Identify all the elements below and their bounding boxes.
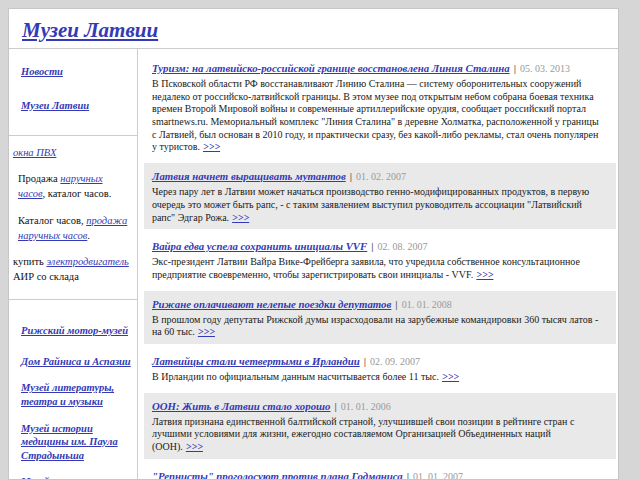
news-item: ООН: Жить в Латвии стало хорошо|01. 01. …	[144, 393, 616, 459]
read-more-link[interactable]: >>>	[186, 441, 203, 452]
ad-text: АИР со склада	[13, 271, 79, 282]
site-title-link[interactable]: Музеи Латвии	[22, 18, 158, 42]
news-item-title-link[interactable]: "Репнисты" проголосуют против плана Годм…	[152, 470, 403, 479]
sidebar-item-medicine-museum[interactable]: Музей истории медицины им. Паула Страдын…	[21, 422, 131, 463]
news-item-text: Экс-президент Латвии Вайра Вике-Фрейберг…	[152, 256, 580, 280]
title-date-separator: |	[371, 241, 373, 252]
news-item-date: 01. 01. 2008	[402, 299, 452, 310]
ad-motor-link[interactable]: электродвигатель	[46, 256, 128, 267]
ad-watches-1: Продажа наручных часов, каталог часов.	[13, 171, 131, 201]
ad-text: купить	[13, 256, 46, 267]
news-item: Латвия начнет выращивать мутантов|01. 02…	[144, 163, 616, 229]
sidebar-item-rainis-house[interactable]: Дом Райниса и Аспазии	[21, 355, 131, 369]
title-date-separator: |	[395, 299, 397, 310]
main-columns: Новости Музеи Латвии окна ПВХ Продажа на…	[9, 49, 618, 479]
news-item: Туризм: на латвийско-российской границе …	[144, 55, 616, 159]
news-item-date: 01. 02. 2007	[356, 171, 406, 182]
read-more-link[interactable]: >>>	[203, 141, 220, 152]
news-item-date: 01. 01. 2007	[413, 471, 463, 479]
news-item-body: В Псковской области РФ восстанавливают Л…	[152, 78, 602, 154]
ad-text: Каталог часов,	[18, 215, 86, 226]
news-item-body: Через пару лет в Латвии может начаться п…	[152, 186, 602, 224]
sidebar-ads-section: окна ПВХ Продажа наручных часов, каталог…	[9, 135, 137, 299]
news-item-title-link[interactable]: Вайра едва успела сохранить инициалы VVF	[152, 240, 367, 252]
news-item-title-link[interactable]: Туризм: на латвийско-российской границе …	[152, 62, 510, 74]
ad-text: Продажа	[18, 173, 60, 184]
news-item-head: ООН: Жить в Латвии стало хорошо|01. 01. …	[152, 396, 602, 414]
news-item-title-link[interactable]: ООН: Жить в Латвии стало хорошо	[152, 400, 330, 412]
sidebar-museums-section: Рижский мотор-музей Дом Райниса и Аспази…	[9, 299, 137, 479]
read-more-link[interactable]: >>>	[198, 326, 215, 337]
news-item-date: 02. 08. 2007	[378, 241, 428, 252]
news-item-head: Латвийцы стали четвертыми в Ирландии|02.…	[152, 351, 602, 369]
news-item-body: Латвия признана единственной балтийской …	[152, 416, 602, 454]
news-item-text: Латвия признана единственной балтийской …	[152, 416, 574, 452]
news-item-text: В Ирландии по официальным данным насчиты…	[152, 371, 439, 382]
site-container: Музеи Латвии Новости Музеи Латвии окна П…	[8, 8, 619, 480]
news-item-head: Латвия начнет выращивать мутантов|01. 02…	[152, 166, 602, 184]
sidebar: Новости Музеи Латвии окна ПВХ Продажа на…	[9, 49, 138, 479]
ad-windows: окна ПВХ	[13, 145, 131, 160]
news-item-date: 01. 01. 2006	[341, 401, 391, 412]
news-item: "Репнисты" проголосуют против плана Годм…	[144, 463, 616, 479]
ad-text: , каталог часов.	[42, 188, 111, 199]
news-item-title-link[interactable]: Рижане оплачивают нелепые поездки депута…	[152, 298, 391, 310]
news-item-head: Рижане оплачивают нелепые поездки депута…	[152, 294, 602, 312]
news-item: Рижане оплачивают нелепые поездки депута…	[144, 291, 616, 344]
read-more-link[interactable]: >>>	[476, 269, 493, 280]
news-item-head: "Репнисты" проголосуют против плана Годм…	[152, 466, 602, 479]
title-date-separator: |	[334, 401, 336, 412]
title-date-separator: |	[350, 171, 352, 182]
news-item-body: В Ирландии по официальным данным насчиты…	[152, 371, 602, 384]
news-item-body: В прошлом году депутаты Рижской думы изр…	[152, 314, 602, 339]
read-more-link[interactable]: >>>	[442, 371, 459, 382]
ad-text: .	[87, 230, 90, 241]
ad-motor: купить электродвигатель АИР со склада	[13, 254, 131, 284]
title-date-separator: |	[514, 63, 516, 74]
news-item-title-link[interactable]: Латвийцы стали четвертыми в Ирландии	[152, 355, 360, 367]
ad-watches-2: Каталог часов, продажа наручных часов.	[13, 213, 131, 243]
news-item-head: Вайра едва успела сохранить инициалы VVF…	[152, 236, 602, 254]
sidebar-item-literature-museum[interactable]: Музей литературы, театра и музыки	[21, 381, 131, 408]
news-item-title-link[interactable]: Латвия начнет выращивать мутантов	[152, 170, 346, 182]
news-list: Туризм: на латвийско-российской границе …	[138, 49, 618, 479]
site-header: Музеи Латвии	[9, 9, 618, 49]
sidebar-item-university-history-museum[interactable]: Музей истории Латвийского университета	[21, 475, 131, 479]
news-item-text: Через пару лет в Латвии может начаться п…	[152, 186, 589, 222]
ad-windows-link[interactable]: окна ПВХ	[13, 147, 56, 158]
news-item: Латвийцы стали четвертыми в Ирландии|02.…	[144, 348, 616, 389]
title-date-separator: |	[407, 471, 409, 479]
sidebar-item-museums[interactable]: Музеи Латвии	[21, 99, 89, 113]
sidebar-nav-section: Новости Музеи Латвии	[9, 49, 137, 135]
sidebar-item-motor-museum[interactable]: Рижский мотор-музей	[21, 324, 128, 338]
news-item-head: Туризм: на латвийско-российской границе …	[152, 58, 602, 76]
news-item-text: В прошлом году депутаты Рижской думы изр…	[152, 314, 598, 338]
read-more-link[interactable]: >>>	[232, 212, 249, 223]
sidebar-item-news[interactable]: Новости	[21, 65, 63, 79]
news-item-date: 02. 09. 2007	[370, 356, 420, 367]
title-date-separator: |	[364, 356, 366, 367]
news-item-body: Экс-президент Латвии Вайра Вике-Фрейберг…	[152, 256, 602, 281]
news-item: Вайра едва успела сохранить инициалы VVF…	[144, 233, 616, 286]
news-item-date: 05. 03. 2013	[520, 63, 570, 74]
